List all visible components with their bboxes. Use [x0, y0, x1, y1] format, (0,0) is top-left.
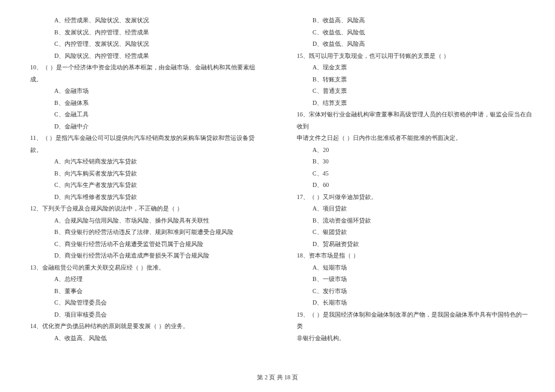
- page-body: A、经营成果、风险状况、发展状况 B、发展状况、内控管理、经营成果 C、内控管理…: [0, 0, 555, 368]
- q16-stem-line2: 申请文件之日起（ ）日内作出批准或者不能批准的书面决定。: [288, 132, 533, 144]
- q16-option-b: B、30: [288, 156, 533, 168]
- q18-option-c: C、发行市场: [288, 285, 533, 297]
- q9-option-c: C、内控管理、发展状况、风险状况: [22, 38, 267, 50]
- q16-option-a: A、20: [288, 144, 533, 156]
- q16-option-d: D、60: [288, 179, 533, 191]
- q15-option-d: D、结算支票: [288, 97, 533, 109]
- page-footer: 第 2 页 共 18 页: [0, 368, 555, 384]
- q19-stem-line2: 非银行金融机构。: [288, 332, 533, 344]
- q18-option-a: A、短期市场: [288, 262, 533, 274]
- q17-stem: 17、（ ）又叫做辛迪加贷款。: [288, 191, 533, 203]
- q12-option-d: D、商业银行经营活动不合规造成声誉损失不属于合规风险: [22, 250, 267, 262]
- q17-option-d: D、贸易融资贷款: [288, 238, 533, 250]
- q14-option-b: B、收益高、风险高: [288, 14, 533, 27]
- q9-option-d: D、风险状况、内控管理、经营成果: [22, 50, 267, 62]
- q10-option-d: D、金融中介: [22, 121, 267, 133]
- q16-stem-line1: 16、宋体对银行业金融机构审查董事和高级管理人员的任职资格的申请，银监会应当在自…: [288, 109, 533, 132]
- q13-option-b: B、董事会: [22, 285, 267, 297]
- q10-option-b: B、金融体系: [22, 97, 267, 109]
- q12-stem: 12、下列关于合规及合规风险的说法中，不正确的是（ ）: [22, 203, 267, 215]
- q10-stem: 10、（ ）是一个经济体中资金流动的基本框架，由金融市场、金融机构和其他要素组成…: [22, 62, 267, 85]
- q14-stem: 14、优化资产负债品种结构的原则就是要发展（ ）的业务。: [22, 320, 267, 332]
- q11-option-b: B、向汽车购买者发放汽车贷款: [22, 168, 267, 180]
- q17-option-c: C、银团贷款: [288, 226, 533, 238]
- q12-option-b: B、商业银行的经营活动违反了法律、规则和准则可能遭受合规风险: [22, 226, 267, 238]
- q14-option-c: C、收益低、风险低: [288, 27, 533, 39]
- q11-option-a: A、向汽车经销商发放汽车贷款: [22, 156, 267, 168]
- q14-option-a: A、收益高、风险低: [22, 332, 267, 344]
- q11-stem: 11、（ ）是指汽车金融公司可以提供向汽车经销商发放的采购车辆贷款和营运设备贷款…: [22, 132, 267, 156]
- q13-option-c: C、风险管理委员会: [22, 297, 267, 309]
- q14-option-d: D、收益低、风险高: [288, 38, 533, 50]
- q13-option-d: D、项目审核委员会: [22, 309, 267, 321]
- q13-stem: 13、金融租赁公司的重大关联交易应经（ ）批准。: [22, 262, 267, 274]
- q15-option-c: C、普通支票: [288, 85, 533, 97]
- left-column: A、经营成果、风险状况、发展状况 B、发展状况、内控管理、经营成果 C、内控管理…: [22, 14, 278, 368]
- q15-stem: 15、既可以用于支取现金，也可以用于转账的支票是（ ）: [288, 50, 533, 62]
- q15-option-a: A、现金支票: [288, 62, 533, 74]
- q11-option-d: D、向汽车维修者发放汽车贷款: [22, 191, 267, 203]
- q10-option-a: A、金融市场: [22, 85, 267, 97]
- q9-option-a: A、经营成果、风险状况、发展状况: [22, 14, 267, 27]
- q17-option-b: B、流动资金循环贷款: [288, 215, 533, 227]
- q18-option-b: B、一级市场: [288, 273, 533, 285]
- q13-option-a: A、总经理: [22, 273, 267, 285]
- q17-option-a: A、项目贷款: [288, 203, 533, 215]
- q15-option-b: B、转账支票: [288, 74, 533, 86]
- q18-option-d: D、长期市场: [288, 297, 533, 309]
- q10-option-c: C、金融工具: [22, 109, 267, 121]
- q12-option-a: A、合规风险与信用风险、市场风险、操作风险具有关联性: [22, 215, 267, 227]
- q11-option-c: C、向汽车生产者发放汽车贷款: [22, 179, 267, 191]
- q16-option-c: C、45: [288, 168, 533, 180]
- q12-option-c: C、商业银行经营活动不合规遭受监管处罚属于合规风险: [22, 238, 267, 250]
- q19-stem-line1: 19、（ ）是我国经济体制和金融体制改革的产物，是我国金融体系中具有中国特色的一…: [288, 309, 533, 332]
- q9-option-b: B、发展状况、内控管理、经营成果: [22, 27, 267, 39]
- q18-stem: 18、资本市场是指（ ）: [288, 250, 533, 262]
- right-column: B、收益高、风险高 C、收益低、风险低 D、收益低、风险高 15、既可以用于支取…: [278, 14, 533, 368]
